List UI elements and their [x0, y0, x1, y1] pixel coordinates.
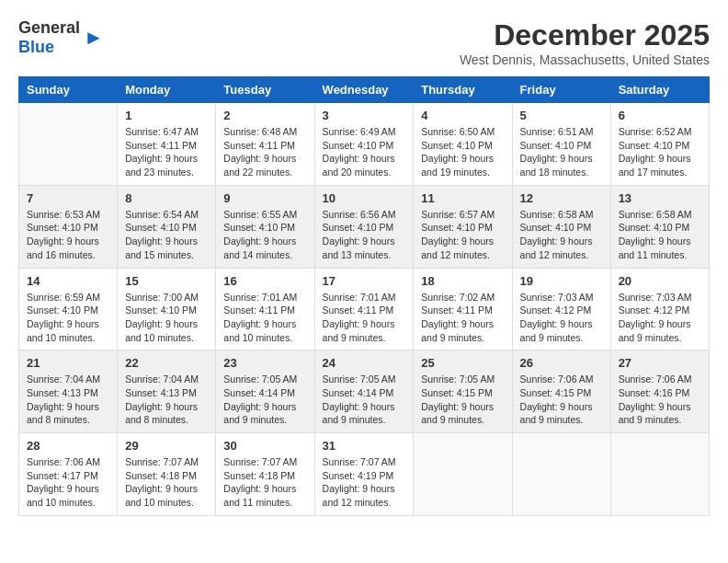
day-number: 4 — [421, 109, 504, 122]
calendar-cell: 5Sunrise: 6:51 AMSunset: 4:10 PMDaylight… — [512, 103, 610, 186]
day-info: Sunrise: 7:07 AMSunset: 4:18 PMDaylight:… — [125, 455, 208, 510]
day-info: Sunrise: 7:02 AMSunset: 4:11 PMDaylight:… — [421, 291, 504, 345]
col-header-saturday: Saturday — [610, 77, 709, 103]
day-number: 25 — [421, 356, 504, 370]
page-header: General Blue ► December 2025 West Dennis… — [18, 18, 710, 67]
day-number: 28 — [27, 439, 109, 453]
calendar-cell: 7Sunrise: 6:53 AMSunset: 4:10 PMDaylight… — [19, 185, 118, 268]
calendar-cell: 11Sunrise: 6:57 AMSunset: 4:10 PMDayligh… — [414, 185, 512, 268]
day-info: Sunrise: 6:53 AMSunset: 4:10 PMDaylight:… — [27, 208, 109, 262]
calendar-cell: 21Sunrise: 7:04 AMSunset: 4:13 PMDayligh… — [19, 350, 118, 433]
day-info: Sunrise: 6:54 AMSunset: 4:10 PMDaylight:… — [125, 208, 208, 262]
day-info: Sunrise: 7:07 AMSunset: 4:18 PMDaylight:… — [223, 455, 306, 510]
calendar-cell: 26Sunrise: 7:06 AMSunset: 4:15 PMDayligh… — [512, 350, 610, 433]
day-number: 9 — [223, 191, 306, 205]
calendar-cell: 16Sunrise: 7:01 AMSunset: 4:11 PMDayligh… — [216, 268, 314, 350]
day-number: 21 — [27, 356, 109, 370]
calendar-cell: 10Sunrise: 6:56 AMSunset: 4:10 PMDayligh… — [314, 185, 414, 268]
day-number: 17 — [323, 274, 406, 288]
calendar-cell: 18Sunrise: 7:02 AMSunset: 4:11 PMDayligh… — [414, 268, 512, 350]
day-info: Sunrise: 7:00 AMSunset: 4:10 PMDaylight:… — [125, 291, 208, 345]
day-info: Sunrise: 7:06 AMSunset: 4:16 PMDaylight:… — [619, 373, 701, 427]
calendar-cell: 6Sunrise: 6:52 AMSunset: 4:10 PMDaylight… — [610, 103, 709, 186]
calendar-cell: 1Sunrise: 6:47 AMSunset: 4:11 PMDaylight… — [118, 103, 216, 186]
logo-general: General — [18, 18, 80, 37]
col-header-wednesday: Wednesday — [314, 77, 414, 103]
calendar-cell — [414, 433, 512, 516]
calendar-cell: 9Sunrise: 6:55 AMSunset: 4:10 PMDaylight… — [216, 185, 314, 268]
calendar-cell: 3Sunrise: 6:49 AMSunset: 4:10 PMDaylight… — [314, 103, 414, 186]
month-title: December 2025 — [460, 18, 710, 52]
day-number: 24 — [323, 356, 406, 370]
day-info: Sunrise: 6:47 AMSunset: 4:11 PMDaylight:… — [125, 125, 208, 179]
day-info: Sunrise: 6:48 AMSunset: 4:11 PMDaylight:… — [223, 125, 306, 179]
day-number: 8 — [125, 191, 208, 205]
day-number: 1 — [125, 109, 208, 122]
calendar-cell — [19, 103, 118, 186]
day-number: 30 — [223, 439, 306, 453]
day-info: Sunrise: 6:59 AMSunset: 4:10 PMDaylight:… — [27, 291, 109, 345]
day-number: 14 — [27, 274, 109, 288]
col-header-sunday: Sunday — [19, 77, 118, 103]
day-info: Sunrise: 7:04 AMSunset: 4:13 PMDaylight:… — [27, 373, 109, 427]
day-info: Sunrise: 6:50 AMSunset: 4:10 PMDaylight:… — [421, 125, 504, 179]
day-number: 3 — [323, 109, 406, 122]
col-header-monday: Monday — [118, 77, 216, 103]
day-number: 26 — [520, 356, 603, 370]
calendar-cell: 22Sunrise: 7:04 AMSunset: 4:13 PMDayligh… — [118, 350, 216, 433]
day-number: 5 — [520, 109, 603, 122]
day-info: Sunrise: 7:07 AMSunset: 4:19 PMDaylight:… — [323, 455, 406, 510]
day-info: Sunrise: 6:56 AMSunset: 4:10 PMDaylight:… — [323, 208, 406, 262]
calendar-cell: 23Sunrise: 7:05 AMSunset: 4:14 PMDayligh… — [216, 350, 314, 433]
day-number: 20 — [619, 274, 701, 288]
day-number: 16 — [223, 274, 306, 288]
day-info: Sunrise: 6:51 AMSunset: 4:10 PMDaylight:… — [520, 125, 603, 179]
col-header-friday: Friday — [512, 77, 610, 103]
day-info: Sunrise: 7:01 AMSunset: 4:11 PMDaylight:… — [223, 291, 306, 345]
col-header-tuesday: Tuesday — [216, 77, 314, 103]
day-number: 11 — [421, 191, 504, 205]
location-title: West Dennis, Massachusetts, United State… — [460, 52, 710, 67]
logo-bird-icon: ► — [84, 26, 104, 50]
day-number: 27 — [619, 356, 701, 370]
calendar-cell: 17Sunrise: 7:01 AMSunset: 4:11 PMDayligh… — [314, 268, 414, 350]
day-info: Sunrise: 7:03 AMSunset: 4:12 PMDaylight:… — [619, 291, 701, 345]
calendar-cell — [610, 433, 709, 516]
calendar-cell: 2Sunrise: 6:48 AMSunset: 4:11 PMDaylight… — [216, 103, 314, 186]
day-info: Sunrise: 7:01 AMSunset: 4:11 PMDaylight:… — [323, 291, 406, 345]
calendar-cell: 27Sunrise: 7:06 AMSunset: 4:16 PMDayligh… — [610, 350, 709, 433]
title-area: December 2025 West Dennis, Massachusetts… — [460, 18, 710, 67]
day-info: Sunrise: 6:55 AMSunset: 4:10 PMDaylight:… — [223, 208, 306, 262]
col-header-thursday: Thursday — [414, 77, 512, 103]
day-info: Sunrise: 7:03 AMSunset: 4:12 PMDaylight:… — [520, 291, 603, 345]
calendar-cell: 31Sunrise: 7:07 AMSunset: 4:19 PMDayligh… — [314, 433, 414, 516]
day-number: 18 — [421, 274, 504, 288]
day-number: 15 — [125, 274, 208, 288]
day-number: 22 — [125, 356, 208, 370]
day-info: Sunrise: 7:05 AMSunset: 4:14 PMDaylight:… — [323, 373, 406, 427]
day-number: 2 — [223, 109, 306, 122]
day-number: 7 — [27, 191, 109, 205]
calendar-cell: 24Sunrise: 7:05 AMSunset: 4:14 PMDayligh… — [314, 350, 414, 433]
logo-blue: Blue — [18, 38, 54, 56]
calendar-cell: 15Sunrise: 7:00 AMSunset: 4:10 PMDayligh… — [118, 268, 216, 350]
day-info: Sunrise: 6:52 AMSunset: 4:10 PMDaylight:… — [619, 125, 701, 179]
day-info: Sunrise: 6:58 AMSunset: 4:10 PMDaylight:… — [619, 208, 701, 262]
day-number: 23 — [223, 356, 306, 370]
logo: General Blue ► — [18, 18, 104, 57]
day-info: Sunrise: 7:05 AMSunset: 4:15 PMDaylight:… — [421, 373, 504, 427]
day-number: 19 — [520, 274, 603, 288]
calendar-cell: 13Sunrise: 6:58 AMSunset: 4:10 PMDayligh… — [610, 185, 709, 268]
day-number: 13 — [619, 191, 701, 205]
day-info: Sunrise: 7:05 AMSunset: 4:14 PMDaylight:… — [223, 373, 306, 427]
calendar-cell: 20Sunrise: 7:03 AMSunset: 4:12 PMDayligh… — [610, 268, 709, 350]
day-info: Sunrise: 7:06 AMSunset: 4:17 PMDaylight:… — [27, 455, 109, 510]
day-number: 31 — [323, 439, 406, 453]
calendar-cell: 28Sunrise: 7:06 AMSunset: 4:17 PMDayligh… — [19, 433, 118, 516]
day-number: 6 — [619, 109, 701, 122]
day-info: Sunrise: 7:04 AMSunset: 4:13 PMDaylight:… — [125, 373, 208, 427]
day-info: Sunrise: 6:58 AMSunset: 4:10 PMDaylight:… — [520, 208, 603, 262]
day-number: 29 — [125, 439, 208, 453]
calendar-cell: 19Sunrise: 7:03 AMSunset: 4:12 PMDayligh… — [512, 268, 610, 350]
calendar-cell: 29Sunrise: 7:07 AMSunset: 4:18 PMDayligh… — [118, 433, 216, 516]
